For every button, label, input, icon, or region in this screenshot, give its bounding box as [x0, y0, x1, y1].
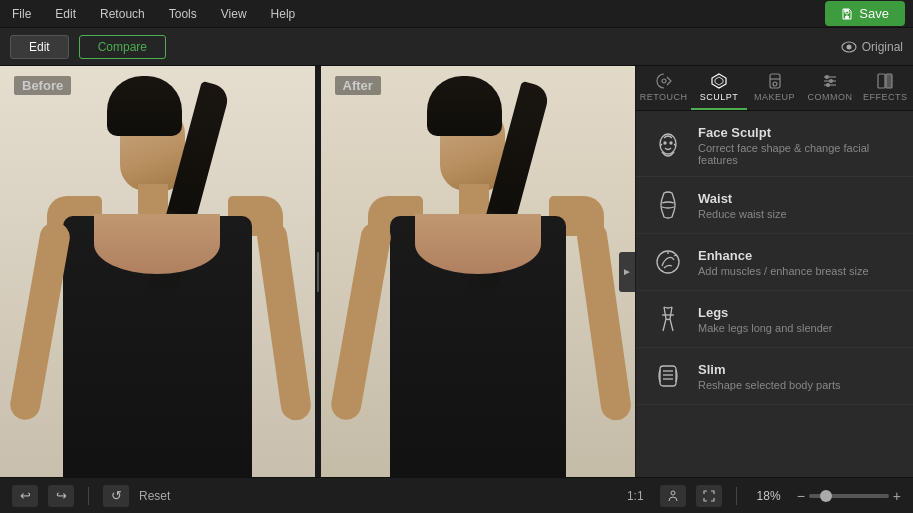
slim-title: Slim [698, 362, 840, 377]
svg-rect-0 [844, 9, 849, 12]
menu-file[interactable]: File [8, 7, 35, 21]
face-sculpt-desc: Correct face shape & change facial featu… [698, 142, 899, 166]
common-label: COMMON [807, 92, 852, 102]
makeup-label: MAKEUP [754, 92, 795, 102]
eye-icon [841, 41, 857, 53]
svg-point-13 [825, 76, 828, 79]
legs-text: Legs Make legs long and slender [698, 305, 833, 334]
canvas-area: Before [0, 66, 635, 477]
waist-text: Waist Reduce waist size [698, 191, 787, 220]
feature-face-sculpt[interactable]: Face Sculpt Correct face shape & change … [636, 115, 913, 177]
makeup-icon [766, 72, 784, 90]
svg-rect-1 [845, 16, 849, 19]
save-button[interactable]: Save [825, 1, 905, 26]
menu-bar: File Edit Retouch Tools View Help Save [0, 0, 913, 28]
retouch-icon [655, 72, 673, 90]
right-panel: RETOUCH SCULPT [635, 66, 913, 477]
face-sculpt-text: Face Sculpt Correct face shape & change … [698, 125, 899, 166]
tab-sculpt[interactable]: SCULPT [691, 66, 746, 110]
reset-label[interactable]: Reset [139, 489, 170, 503]
legs-title: Legs [698, 305, 833, 320]
effects-icon [876, 72, 894, 90]
tab-common[interactable]: COMMON [802, 66, 857, 110]
zoom-in-button[interactable]: + [893, 488, 901, 504]
image-panels: Before [0, 66, 635, 477]
compare-tab[interactable]: Compare [79, 35, 166, 59]
sculpt-label: SCULPT [700, 92, 739, 102]
edit-tab[interactable]: Edit [10, 35, 69, 59]
svg-point-4 [662, 79, 666, 83]
retouch-label: RETOUCH [640, 92, 688, 102]
svg-rect-17 [886, 74, 892, 88]
feature-waist[interactable]: Waist Reduce waist size [636, 177, 913, 234]
zoom-controls: − + [797, 488, 901, 504]
save-icon [841, 8, 853, 20]
tab-retouch[interactable]: RETOUCH [636, 66, 691, 110]
svg-point-3 [846, 44, 851, 49]
svg-line-25 [674, 255, 676, 256]
waist-desc: Reduce waist size [698, 208, 787, 220]
svg-marker-5 [712, 74, 726, 88]
menu-help[interactable]: Help [267, 7, 300, 21]
svg-marker-6 [715, 77, 723, 85]
fit-icon-button[interactable] [660, 485, 686, 507]
legs-icon [650, 301, 686, 337]
separator-1 [88, 487, 89, 505]
svg-point-15 [826, 84, 829, 87]
feature-slim[interactable]: Slim Reshape selected body parts [636, 348, 913, 405]
separator-2 [736, 487, 737, 505]
person-icon [667, 490, 679, 502]
waist-title: Waist [698, 191, 787, 206]
slim-desc: Reshape selected body parts [698, 379, 840, 391]
face-sculpt-icon [650, 128, 686, 164]
after-label: After [335, 76, 381, 95]
svg-point-14 [829, 80, 832, 83]
toolbar: Edit Compare Original [0, 28, 913, 66]
slim-icon [650, 358, 686, 394]
zoom-slider[interactable] [809, 494, 889, 498]
face-sculpt-title: Face Sculpt [698, 125, 899, 140]
enhance-title: Enhance [698, 248, 869, 263]
feature-legs[interactable]: Legs Make legs long and slender [636, 291, 913, 348]
feature-enhance[interactable]: Enhance Add muscles / enhance breast siz… [636, 234, 913, 291]
tab-effects[interactable]: EFFECTS [858, 66, 913, 110]
common-icon [821, 72, 839, 90]
reset-icon-button[interactable]: ↺ [103, 485, 129, 507]
svg-point-21 [664, 142, 666, 144]
nav-tabs: RETOUCH SCULPT [636, 66, 913, 111]
main-content: Before [0, 66, 913, 477]
after-panel: After [321, 66, 636, 477]
side-collapse-arrow[interactable]: ► [619, 252, 635, 292]
sculpt-icon [710, 72, 728, 90]
svg-point-9 [773, 82, 777, 86]
original-toggle[interactable]: Original [841, 40, 903, 54]
svg-point-18 [660, 134, 676, 154]
status-bar: ↩ ↪ ↺ Reset 1:1 18% − + [0, 477, 913, 513]
fullscreen-button[interactable] [696, 485, 722, 507]
zoom-ratio-label: 1:1 [627, 489, 644, 503]
svg-point-31 [671, 491, 675, 495]
enhance-desc: Add muscles / enhance breast size [698, 265, 869, 277]
slim-text: Slim Reshape selected body parts [698, 362, 840, 391]
before-label: Before [14, 76, 71, 95]
menu-retouch[interactable]: Retouch [96, 7, 149, 21]
feature-list: Face Sculpt Correct face shape & change … [636, 111, 913, 477]
redo-button[interactable]: ↪ [48, 485, 74, 507]
enhance-text: Enhance Add muscles / enhance breast siz… [698, 248, 869, 277]
before-panel: Before [0, 66, 315, 477]
legs-desc: Make legs long and slender [698, 322, 833, 334]
effects-label: EFFECTS [863, 92, 908, 102]
fullscreen-icon [703, 490, 715, 502]
svg-point-23 [657, 251, 679, 273]
undo-button[interactable]: ↩ [12, 485, 38, 507]
menu-tools[interactable]: Tools [165, 7, 201, 21]
save-label: Save [859, 6, 889, 21]
svg-point-22 [670, 142, 672, 144]
tab-makeup[interactable]: MAKEUP [747, 66, 802, 110]
svg-rect-27 [660, 366, 676, 386]
menu-view[interactable]: View [217, 7, 251, 21]
original-label: Original [862, 40, 903, 54]
zoom-out-button[interactable]: − [797, 488, 805, 504]
menu-edit[interactable]: Edit [51, 7, 80, 21]
svg-rect-16 [878, 74, 885, 88]
